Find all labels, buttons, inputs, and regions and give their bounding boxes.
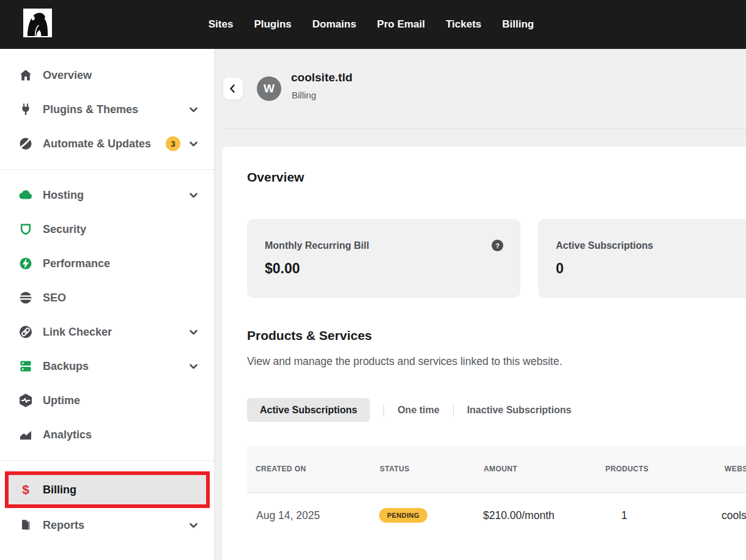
automate-icon [18, 136, 33, 151]
chevron-down-icon [188, 520, 199, 531]
home-icon [18, 68, 33, 83]
sidebar-item-label: Reports [43, 519, 188, 532]
chevron-down-icon [188, 104, 199, 116]
sidebar-item-label: Plugins & Themes [43, 103, 188, 116]
top-nav: Sites Plugins Domains Pro Email Tickets … [0, 0, 746, 49]
sidebar-item-label: Uptime [43, 394, 199, 407]
column-created-on: CREATED ON [256, 465, 306, 473]
sidebar-item-link-checker[interactable]: Link Checker [0, 315, 214, 349]
site-title: coolsite.tld [291, 71, 352, 84]
cell-amount: $210.00/month [483, 509, 555, 522]
link-icon [18, 325, 33, 339]
nav-pro-email[interactable]: Pro Email [377, 18, 425, 31]
chevron-down-icon [188, 361, 199, 372]
cell-created-on: Aug 14, 2025 [256, 509, 320, 522]
updates-count-badge: 3 [166, 136, 180, 151]
chevron-down-icon [188, 138, 199, 150]
tab-separator [453, 404, 454, 416]
sidebar-item-analytics[interactable]: Analytics [0, 418, 214, 452]
analytics-chart-icon [18, 427, 33, 442]
sidebar-item-seo[interactable]: SEO [0, 281, 214, 315]
sidebar-item-label: Backups [43, 360, 188, 373]
chevron-down-icon [188, 190, 199, 201]
sidebar-item-label: Overview [43, 69, 199, 82]
column-amount: AMOUNT [484, 465, 517, 473]
sidebar-item-security[interactable]: Security [0, 212, 214, 246]
chevron-down-icon [188, 326, 199, 338]
tab-inactive-subscriptions[interactable]: Inactive Subscriptions [467, 405, 572, 416]
sidebar-item-overview[interactable]: Overview [0, 58, 214, 92]
billing-content-card: Overview Monthly Recurring Bill ? $0.00 … [222, 147, 746, 560]
sidebar-item-label: Security [43, 223, 199, 236]
site-breadcrumb: Billing [292, 90, 316, 100]
plug-icon [18, 102, 33, 117]
sidebar-item-plugins-themes[interactable]: Plugins & Themes [0, 92, 214, 127]
sidebar-divider [0, 169, 214, 170]
server-stack-icon [18, 359, 33, 374]
products-services-description: View and manage the products and service… [247, 355, 562, 368]
nav-billing[interactable]: Billing [502, 18, 534, 31]
sidebar-item-automate-updates[interactable]: Automate & Updates 3 [0, 127, 214, 161]
uptime-pulse-icon [18, 393, 33, 408]
help-icon[interactable]: ? [492, 240, 503, 251]
table-row[interactable]: Aug 14, 2025 PENDING $210.00/month 1 coo… [247, 493, 746, 537]
tab-one-time[interactable]: One time [397, 405, 439, 416]
sidebar-item-label: Analytics [43, 429, 199, 441]
nav-domains[interactable]: Domains [312, 18, 356, 31]
column-products: PRODUCTS [605, 465, 649, 473]
active-subscriptions-card: Active Subscriptions 0 [538, 219, 746, 298]
dollar-icon: $ [18, 482, 33, 497]
nav-tickets[interactable]: Tickets [446, 18, 481, 31]
top-nav-items: Sites Plugins Domains Pro Email Tickets … [0, 0, 744, 49]
tab-separator [383, 404, 384, 416]
sidebar-item-label: Performance [43, 257, 199, 270]
cloud-icon [18, 188, 33, 202]
column-status: STATUS [380, 465, 410, 473]
shield-icon [18, 222, 33, 237]
metric-label: Active Subscriptions [556, 240, 653, 251]
sidebar-item-backups[interactable]: Backups [0, 349, 214, 383]
cell-products: 1 [621, 509, 627, 522]
collapse-sidebar-button[interactable] [223, 78, 243, 100]
chevron-left-icon [227, 83, 239, 95]
lightning-icon [18, 256, 33, 271]
metric-value: $0.00 [265, 260, 300, 277]
products-services-heading: Products & Services [247, 328, 372, 343]
table-header: CREATED ON STATUS AMOUNT PRODUCTS WEBSIT… [247, 446, 746, 493]
sidebar-item-hosting[interactable]: Hosting [0, 178, 214, 212]
sidebar-item-billing[interactable]: $ Billing [5, 471, 210, 508]
monthly-recurring-bill-card: Monthly Recurring Bill ? $0.00 [247, 219, 520, 298]
cell-status: PENDING [379, 508, 427, 523]
tab-active-subscriptions[interactable]: Active Subscriptions [247, 398, 370, 422]
sidebar-item-label: SEO [43, 292, 199, 304]
nav-sites[interactable]: Sites [209, 18, 234, 31]
metric-value: 0 [556, 260, 564, 277]
reports-document-icon [18, 518, 33, 532]
sidebar-item-label: Link Checker [43, 326, 188, 339]
sidebar: Overview Plugins & Themes Automate & Upd… [0, 49, 215, 560]
sidebar-item-uptime[interactable]: Uptime [0, 383, 214, 418]
column-website: WEBSITE [725, 465, 746, 473]
sidebar-item-label: Automate & Updates [43, 138, 166, 150]
seo-globe-icon [18, 290, 33, 305]
status-badge: PENDING [379, 508, 427, 523]
header-divider [222, 128, 746, 129]
sidebar-item-label: Billing [43, 484, 200, 496]
sidebar-divider [0, 460, 214, 461]
sidebar-item-performance[interactable]: Performance [0, 246, 214, 281]
subscription-tabs: Active Subscriptions One time Inactive S… [247, 398, 571, 422]
sidebar-item-label: Hosting [43, 189, 188, 202]
overview-heading: Overview [247, 170, 304, 185]
cell-website: coolsite.tld [722, 509, 746, 522]
metric-label: Monthly Recurring Bill [265, 240, 369, 251]
sidebar-item-reports[interactable]: Reports [0, 508, 214, 542]
site-avatar: W [257, 76, 281, 101]
nav-plugins[interactable]: Plugins [254, 18, 291, 31]
